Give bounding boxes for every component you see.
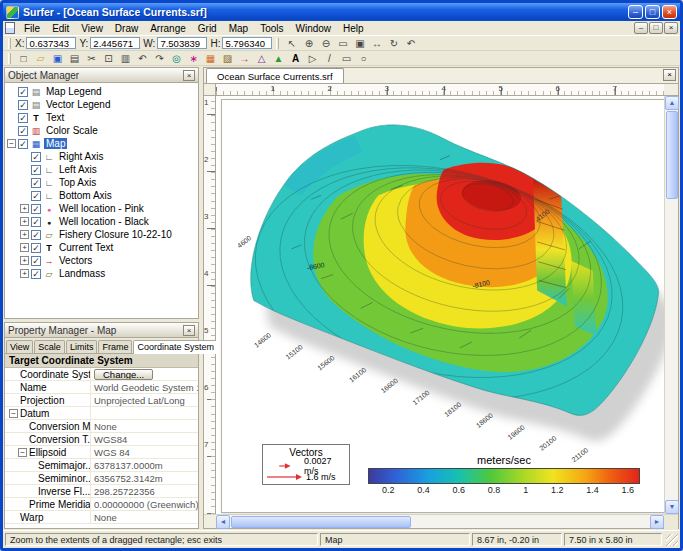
open-icon[interactable]: ▱	[32, 52, 49, 65]
save-icon[interactable]: ▣	[49, 52, 66, 65]
polyline-tool-icon[interactable]: /	[321, 52, 338, 65]
post-map-icon[interactable]: ∗	[185, 52, 202, 65]
cut-icon[interactable]: ✂	[83, 52, 100, 65]
shaded-relief-map-icon[interactable]: ▨	[219, 52, 236, 65]
property-value[interactable]: None	[91, 421, 198, 432]
toolbar-grip[interactable]	[8, 38, 11, 49]
property-row[interactable]: Conversion T... WGS84	[5, 433, 198, 446]
menu-item[interactable]: Window	[290, 22, 338, 35]
color-scale[interactable]: meters/sec 0.20.40.60.811.21.41.6	[368, 454, 640, 495]
property-row[interactable]: Prime Meridia... 0.00000000 (Greenwich)	[5, 498, 198, 511]
property-row[interactable]: Inverse Fl... 298.25722356	[5, 485, 198, 498]
tree-item[interactable]: + ✓ Well location - Black	[20, 215, 198, 228]
tree-checkbox[interactable]: ✓	[18, 139, 28, 149]
tree-checkbox[interactable]: ✓	[18, 126, 28, 136]
tab-close-button[interactable]: ×	[663, 69, 676, 81]
property-value[interactable]: 6378137.0000m	[91, 460, 198, 471]
tree-item[interactable]: ✓ Left Axis	[20, 163, 198, 176]
tree-expander-icon[interactable]: +	[20, 243, 29, 252]
tree-item[interactable]: ✓ Vector Legend	[7, 98, 198, 111]
coord-input[interactable]	[26, 37, 76, 49]
print-icon[interactable]: ▤	[66, 52, 83, 65]
menu-item[interactable]: Arrange	[144, 22, 192, 35]
zoom-in-icon[interactable]: ⊕	[300, 37, 317, 50]
property-row[interactable]: − Ellipsoid WGS 84	[5, 446, 198, 459]
toolbar-grip[interactable]	[276, 38, 279, 49]
property-row[interactable]: Warp None	[5, 511, 198, 524]
menu-item[interactable]: Help	[337, 22, 370, 35]
scroll-up-icon[interactable]: ▲	[665, 96, 679, 110]
tree-item[interactable]: ✓ Right Axis	[20, 150, 198, 163]
vertical-scrollbar[interactable]: ▲ ▼	[664, 96, 678, 514]
property-row[interactable]: Coordinate System Change...	[5, 368, 198, 381]
pan-icon[interactable]: ↔	[368, 37, 385, 50]
new-icon[interactable]: □	[15, 52, 32, 65]
tree-checkbox[interactable]: ✓	[31, 217, 41, 227]
tree-checkbox[interactable]: ✓	[18, 100, 28, 110]
surface-map-icon[interactable]: ▲	[270, 52, 287, 65]
redo-icon[interactable]: ↷	[151, 52, 168, 65]
property-value[interactable]: 0.00000000 (Greenwich)	[91, 499, 198, 510]
undo-icon[interactable]: ↶	[134, 52, 151, 65]
tree-checkbox[interactable]: ✓	[18, 113, 28, 123]
tree-item[interactable]: ✓ Color Scale	[7, 124, 198, 137]
tree-item[interactable]: + ✓ Fishery Closure 10-22-10	[20, 228, 198, 241]
coord-input[interactable]	[157, 37, 207, 49]
contour-map-icon[interactable]: ◎	[168, 52, 185, 65]
paste-icon[interactable]: ▥	[117, 52, 134, 65]
tree-checkbox[interactable]: ✓	[31, 165, 41, 175]
coord-input[interactable]	[222, 37, 272, 49]
property-tab[interactable]: Coordinate System	[133, 340, 218, 354]
tree-checkbox[interactable]: ✓	[31, 204, 41, 214]
tree-checkbox[interactable]: ✓	[31, 230, 41, 240]
property-row[interactable]: Conversion M... None	[5, 420, 198, 433]
property-tab[interactable]: Frame	[98, 340, 132, 353]
menu-item[interactable]: File	[18, 22, 46, 35]
resize-grip[interactable]	[664, 533, 678, 546]
property-row[interactable]: Semiminor... 6356752.3142m	[5, 472, 198, 485]
property-tab[interactable]: View	[6, 340, 33, 353]
map-3d-surface[interactable]: 14600 15100 15600 16100 16600 17100 1810…	[222, 100, 664, 482]
tree-item[interactable]: − ✓ Map	[7, 137, 198, 150]
zoom-full-extent-icon[interactable]: ▣	[351, 37, 368, 50]
coord-input[interactable]	[90, 37, 140, 49]
tree-checkbox[interactable]: ✓	[18, 87, 28, 97]
tree-expander-icon[interactable]: +	[20, 230, 29, 239]
tree-checkbox[interactable]: ✓	[31, 243, 41, 253]
tree-checkbox[interactable]: ✓	[31, 191, 41, 201]
menu-item[interactable]: Draw	[109, 22, 144, 35]
tree-item[interactable]: + ✓ Current Text	[20, 241, 198, 254]
scroll-down-icon[interactable]: ▼	[665, 500, 679, 514]
property-value[interactable]: WGS84	[91, 434, 198, 445]
property-expander-icon[interactable]: −	[18, 448, 27, 457]
zoom-rectangle-icon[interactable]: ▭	[334, 37, 351, 50]
rectangle-tool-icon[interactable]: ▭	[338, 52, 355, 65]
restore-button[interactable]: □	[645, 5, 660, 19]
tree-checkbox[interactable]: ✓	[31, 256, 41, 266]
tree-checkbox[interactable]: ✓	[31, 152, 41, 162]
horizontal-scrollbar[interactable]: ◄ ►	[216, 515, 664, 528]
doc-restore-button[interactable]: □	[649, 22, 663, 34]
tree-expander-icon[interactable]: +	[20, 204, 29, 213]
property-row[interactable]: Projection Unprojected Lat/Long	[5, 394, 198, 407]
horizontal-scroll-thumb[interactable]	[231, 516, 411, 528]
zoom-out-icon[interactable]: ⊖	[317, 37, 334, 50]
vector-legend-box[interactable]: Vectors 0.0027 m/s 1.6 m/s	[262, 444, 350, 485]
vector-map-icon[interactable]: →	[236, 52, 253, 65]
tree-expander-icon[interactable]: −	[7, 139, 16, 148]
tree-item[interactable]: + ✓ Well location - Pink	[20, 202, 198, 215]
wireframe-map-icon[interactable]: △	[253, 52, 270, 65]
property-tab[interactable]: Scale	[34, 340, 65, 353]
document-tab[interactable]: Ocean Surface Currents.srf	[206, 68, 344, 83]
tree-item[interactable]: ✓ Bottom Axis	[20, 189, 198, 202]
previous-view-icon[interactable]: ↶	[402, 37, 419, 50]
property-value[interactable]: 298.25722356	[91, 486, 198, 497]
menu-item[interactable]: Grid	[192, 22, 223, 35]
property-row[interactable]: Semimajor... 6378137.0000m	[5, 459, 198, 472]
copy-icon[interactable]: ⊡	[100, 52, 117, 65]
doc-close-button[interactable]: ×	[664, 22, 678, 34]
image-map-icon[interactable]: ▦	[202, 52, 219, 65]
object-manager-close-button[interactable]: ×	[183, 70, 195, 81]
scroll-right-icon[interactable]: ►	[650, 515, 664, 529]
property-row[interactable]: − Datum	[5, 407, 198, 420]
